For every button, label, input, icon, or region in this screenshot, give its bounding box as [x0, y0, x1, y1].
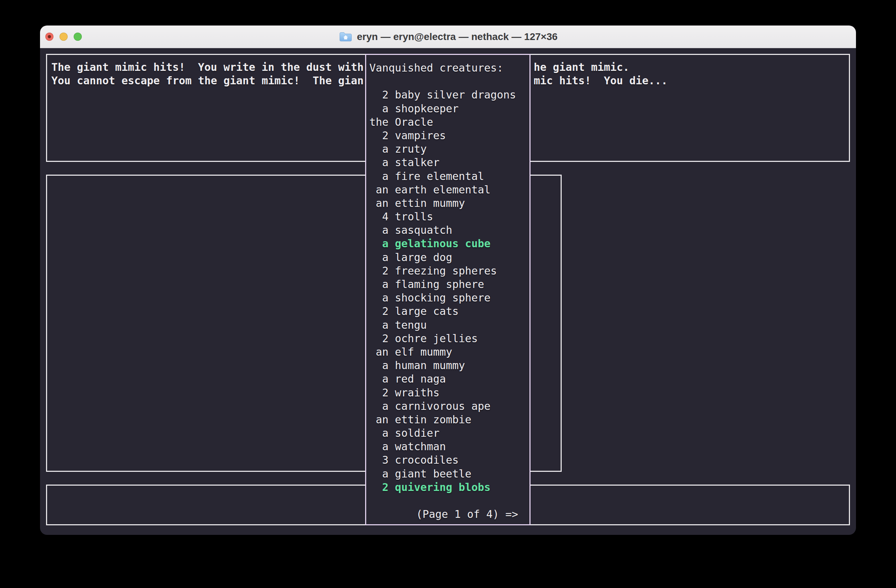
vanquished-item: 2 freezing spheres — [369, 264, 529, 278]
vanquished-item: 2 ochre jellies — [369, 332, 529, 345]
title-group: eryn — eryn@electra — nethack — 127×36 — [338, 31, 558, 43]
vanquished-item: a soldier — [369, 427, 529, 440]
titlebar[interactable]: eryn — eryn@electra — nethack — 127×36 — [40, 26, 856, 48]
vanquished-item: a watchman — [369, 440, 529, 453]
window-controls — [45, 26, 82, 48]
vanquished-item: a large dog — [369, 251, 529, 264]
vanquished-item: 2 vampires — [369, 129, 529, 142]
window-title: eryn — eryn@electra — nethack — 127×36 — [357, 31, 558, 43]
vanquished-item: an ettin mummy — [369, 197, 529, 210]
vanquished-popup: Vanquished creatures: 2 baby silver drag… — [365, 54, 530, 525]
terminal-window: eryn — eryn@electra — nethack — 127×36 T… — [40, 26, 856, 535]
vanquished-item: a carnivorous ape — [369, 399, 529, 413]
vanquished-item: a zruty — [369, 142, 529, 156]
vanquished-item: 4 trolls — [369, 210, 529, 224]
message-line1-right: he giant mimic. — [534, 61, 629, 74]
vanquished-item: 2 quivering blobs — [369, 481, 529, 494]
vanquished-item: an ettin zombie — [369, 413, 529, 427]
vanquished-item: a shopkeeper — [369, 102, 529, 116]
minimize-button[interactable] — [59, 33, 68, 41]
spacer — [369, 494, 529, 507]
vanquished-item: a giant beetle — [369, 467, 529, 481]
vanquished-item: a human mummy — [369, 359, 529, 372]
vanquished-item: a stalker — [369, 156, 529, 169]
vanquished-item: a shocking sphere — [369, 291, 529, 305]
vanquished-item: a gelatinous cube — [369, 237, 529, 250]
vanquished-item: a flaming sphere — [369, 278, 529, 291]
vanquished-item: a tengu — [369, 318, 529, 332]
vanquished-list: 2 baby silver dragons a shopkeeperthe Or… — [369, 88, 529, 494]
vanquished-item: 2 wraiths — [369, 386, 529, 399]
message-line2-left: You cannot escape from the giant mimic! … — [51, 74, 364, 87]
message-line1-left: The giant mimic hits! You write in the d… — [51, 61, 364, 74]
vanquished-item: a sasquatch — [369, 224, 529, 237]
vanquished-item: 2 baby silver dragons — [369, 88, 529, 102]
vanquished-item: the Oracle — [369, 116, 529, 129]
popup-title: Vanquished creatures: — [369, 61, 529, 75]
vanquished-item: a red naga — [369, 372, 529, 386]
page-indicator: (Page 1 of 4) => — [369, 507, 529, 521]
close-button[interactable] — [45, 33, 53, 41]
desktop: eryn — eryn@electra — nethack — 127×36 T… — [0, 0, 896, 588]
vanquished-item: a fire elemental — [369, 170, 529, 183]
running-process-dot — [48, 35, 51, 38]
vanquished-item: 3 crocodiles — [369, 453, 529, 467]
message-line2-right: mic hits! You die... — [534, 74, 667, 87]
vanquished-item: an earth elemental — [369, 183, 529, 197]
zoom-button[interactable] — [74, 33, 82, 41]
folder-icon — [338, 31, 353, 43]
vanquished-item: an elf mummy — [369, 345, 529, 359]
spacer — [369, 75, 529, 88]
vanquished-item: 2 large cats — [369, 305, 529, 318]
